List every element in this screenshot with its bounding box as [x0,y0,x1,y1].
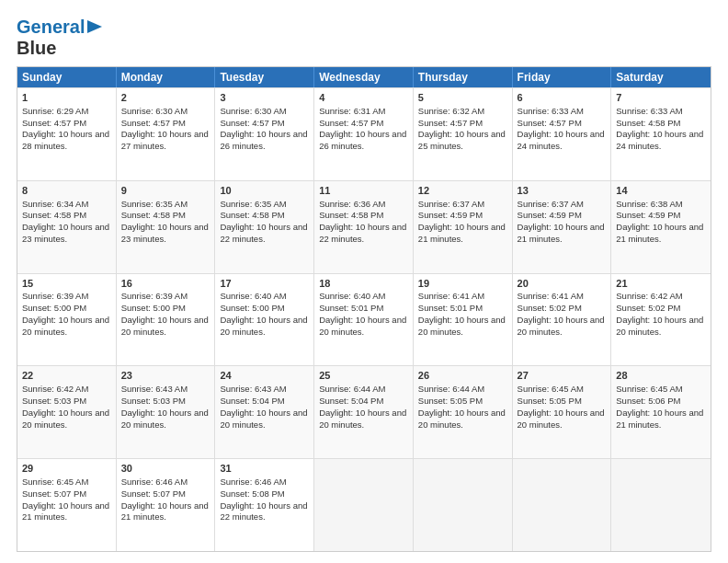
calendar-cell [414,459,513,551]
daylight-label: Daylight: 10 hours and 23 minutes. [22,222,109,244]
sunset-label: Sunset: 4:57 PM [518,118,582,128]
day-number: 4 [319,91,408,105]
calendar-cell: 17Sunrise: 6:40 AMSunset: 5:00 PMDayligh… [215,274,314,366]
sunrise-label: Sunrise: 6:31 AM [319,106,385,116]
calendar-row: 29Sunrise: 6:45 AMSunset: 5:07 PMDayligh… [17,458,711,551]
day-number: 14 [616,184,706,198]
calendar-cell: 25Sunrise: 6:44 AMSunset: 5:04 PMDayligh… [314,366,414,458]
sunset-label: Sunset: 4:58 PM [22,210,86,220]
sunrise-label: Sunrise: 6:42 AM [22,384,88,394]
daylight-label: Daylight: 10 hours and 20 minutes. [22,315,109,337]
daylight-label: Daylight: 10 hours and 24 minutes. [518,129,605,151]
calendar: SundayMondayTuesdayWednesdayThursdayFrid… [17,66,711,552]
sunset-label: Sunset: 4:59 PM [518,210,582,220]
calendar-header-cell: Monday [117,67,216,87]
daylight-label: Daylight: 10 hours and 20 minutes. [518,408,605,430]
sunrise-label: Sunrise: 6:36 AM [319,199,385,209]
logo: General Blue [17,17,102,59]
sunrise-label: Sunrise: 6:32 AM [418,106,484,116]
sunrise-label: Sunrise: 6:44 AM [319,384,385,394]
daylight-label: Daylight: 10 hours and 20 minutes. [220,408,307,430]
daylight-label: Daylight: 10 hours and 20 minutes. [121,315,209,337]
sunset-label: Sunset: 5:01 PM [418,303,483,313]
calendar-cell: 24Sunrise: 6:43 AMSunset: 5:04 PMDayligh… [215,366,314,458]
day-number: 24 [220,369,309,383]
daylight-label: Daylight: 10 hours and 20 minutes. [518,315,605,337]
sunrise-label: Sunrise: 6:39 AM [121,291,188,301]
calendar-cell: 11Sunrise: 6:36 AMSunset: 4:58 PMDayligh… [314,181,414,273]
day-number: 17 [220,277,309,291]
daylight-label: Daylight: 10 hours and 20 minutes. [616,315,703,337]
calendar-cell [314,459,414,551]
daylight-label: Daylight: 10 hours and 20 minutes. [319,315,406,337]
sunset-label: Sunset: 4:58 PM [616,118,680,128]
calendar-cell: 9Sunrise: 6:35 AMSunset: 4:58 PMDaylight… [117,181,216,273]
daylight-label: Daylight: 10 hours and 20 minutes. [22,408,109,430]
sunset-label: Sunset: 5:04 PM [319,396,383,406]
sunrise-label: Sunrise: 6:34 AM [22,199,88,209]
calendar-header-cell: Friday [513,67,612,87]
calendar-cell: 1Sunrise: 6:29 AMSunset: 4:57 PMDaylight… [17,88,117,180]
sunrise-label: Sunrise: 6:45 AM [22,477,88,487]
sunset-label: Sunset: 5:01 PM [319,303,383,313]
logo-text: General [17,17,85,38]
day-number: 31 [220,462,309,476]
sunrise-label: Sunrise: 6:44 AM [418,384,484,394]
daylight-label: Daylight: 10 hours and 22 minutes. [319,222,406,244]
day-number: 26 [418,369,507,383]
calendar-header-cell: Thursday [414,67,513,87]
sunset-label: Sunset: 5:06 PM [616,396,680,406]
day-number: 28 [616,369,706,383]
day-number: 15 [22,277,111,291]
calendar-cell: 3Sunrise: 6:30 AMSunset: 4:57 PMDaylight… [215,88,314,180]
sunrise-label: Sunrise: 6:30 AM [121,106,188,116]
calendar-cell: 12Sunrise: 6:37 AMSunset: 4:59 PMDayligh… [414,181,513,273]
day-number: 25 [319,369,408,383]
day-number: 2 [121,91,210,105]
logo-subtext: Blue [17,38,56,58]
calendar-cell: 23Sunrise: 6:43 AMSunset: 5:03 PMDayligh… [117,366,216,458]
day-number: 29 [22,462,111,476]
sunrise-label: Sunrise: 6:41 AM [518,291,584,301]
daylight-label: Daylight: 10 hours and 23 minutes. [121,222,209,244]
sunset-label: Sunset: 4:58 PM [121,210,186,220]
calendar-cell: 28Sunrise: 6:45 AMSunset: 5:06 PMDayligh… [611,366,711,458]
calendar-header-cell: Wednesday [314,67,414,87]
sunrise-label: Sunrise: 6:46 AM [121,477,188,487]
sunrise-label: Sunrise: 6:45 AM [518,384,584,394]
calendar-row: 22Sunrise: 6:42 AMSunset: 5:03 PMDayligh… [17,365,711,458]
calendar-row: 15Sunrise: 6:39 AMSunset: 5:00 PMDayligh… [17,273,711,366]
calendar-cell [513,459,612,551]
sunrise-label: Sunrise: 6:40 AM [319,291,385,301]
daylight-label: Daylight: 10 hours and 20 minutes. [220,315,307,337]
day-number: 20 [518,277,607,291]
sunrise-label: Sunrise: 6:39 AM [22,291,88,301]
daylight-label: Daylight: 10 hours and 26 minutes. [319,129,406,151]
calendar-row: 1Sunrise: 6:29 AMSunset: 4:57 PMDaylight… [17,87,711,180]
calendar-body: 1Sunrise: 6:29 AMSunset: 4:57 PMDaylight… [17,87,711,551]
page: General Blue SundayMondayTuesdayWednesda… [0,0,728,563]
daylight-label: Daylight: 10 hours and 22 minutes. [220,500,307,523]
daylight-label: Daylight: 10 hours and 22 minutes. [220,222,307,244]
day-number: 23 [121,369,210,383]
sunset-label: Sunset: 4:58 PM [220,210,284,220]
calendar-cell: 26Sunrise: 6:44 AMSunset: 5:05 PMDayligh… [414,366,513,458]
day-number: 11 [319,184,408,198]
sunset-label: Sunset: 4:57 PM [220,118,284,128]
day-number: 5 [418,91,507,105]
sunrise-label: Sunrise: 6:45 AM [616,384,682,394]
daylight-label: Daylight: 10 hours and 21 minutes. [121,500,209,523]
day-number: 16 [121,277,210,291]
calendar-header-cell: Tuesday [215,67,314,87]
calendar-cell: 14Sunrise: 6:38 AMSunset: 4:59 PMDayligh… [611,181,711,273]
calendar-cell: 27Sunrise: 6:45 AMSunset: 5:05 PMDayligh… [513,366,612,458]
sunrise-label: Sunrise: 6:43 AM [220,384,286,394]
sunrise-label: Sunrise: 6:35 AM [121,199,188,209]
sunset-label: Sunset: 4:59 PM [418,210,483,220]
calendar-cell: 21Sunrise: 6:42 AMSunset: 5:02 PMDayligh… [611,274,711,366]
calendar-cell: 20Sunrise: 6:41 AMSunset: 5:02 PMDayligh… [513,274,612,366]
sunset-label: Sunset: 5:02 PM [616,303,680,313]
daylight-label: Daylight: 10 hours and 21 minutes. [418,222,506,244]
daylight-label: Daylight: 10 hours and 20 minutes. [418,408,506,430]
day-number: 6 [518,91,607,105]
